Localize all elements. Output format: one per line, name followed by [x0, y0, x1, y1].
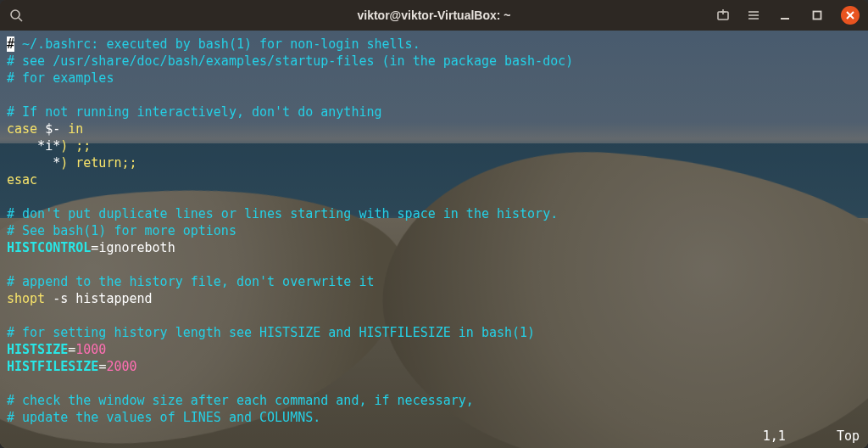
code-line: # for examples [7, 70, 861, 87]
maximize-icon[interactable] [809, 7, 826, 24]
code-line: esac [7, 171, 861, 188]
terminal-window: viktor@viktor-VirtualBox: ~ # ~/.bashrc:… [0, 0, 868, 448]
svg-point-0 [11, 10, 19, 19]
scroll-position: Top [837, 428, 860, 445]
editor-content: # ~/.bashrc: executed by bash(1) for non… [0, 31, 868, 448]
code-line [7, 256, 861, 273]
code-line [7, 307, 861, 324]
code-line: # If not running interactively, don't do… [7, 104, 861, 120]
code-line: # update the values of LINES and COLUMNS… [7, 409, 861, 426]
minimize-icon[interactable] [776, 7, 793, 24]
code-line: # See bash(1) for more options [7, 222, 861, 239]
code-line [7, 188, 861, 205]
code-line: case $- in [7, 120, 861, 137]
search-icon[interactable] [8, 8, 24, 23]
terminal-viewport[interactable]: # ~/.bashrc: executed by bash(1) for non… [0, 31, 868, 448]
code-line: *i*) ;; [7, 137, 861, 154]
code-line: HISTFILESIZE=2000 [7, 358, 861, 375]
code-line: *) return;; [7, 154, 861, 171]
code-line [7, 375, 861, 392]
new-tab-icon[interactable] [715, 8, 731, 23]
cursor-position: 1,1 [763, 428, 786, 445]
code-line: # for setting history length see HISTSIZ… [7, 324, 861, 341]
close-icon[interactable] [841, 6, 860, 25]
code-line: # append to the history file, don't over… [7, 273, 861, 290]
code-line: # ~/.bashrc: executed by bash(1) for non… [7, 36, 861, 53]
cursor: # [7, 36, 14, 52]
code-line [7, 87, 861, 104]
code-line: # see /usr/share/doc/bash/examples/start… [7, 53, 861, 70]
svg-line-1 [19, 18, 22, 21]
code-line: # don't put duplicate lines or lines sta… [7, 205, 861, 222]
titlebar: viktor@viktor-VirtualBox: ~ [0, 0, 868, 31]
code-line: HISTCONTROL=ignoreboth [7, 239, 861, 256]
svg-rect-9 [814, 12, 821, 20]
code-line: # check the window size after each comma… [7, 392, 861, 409]
hamburger-icon[interactable] [746, 8, 761, 23]
editor-status-bar: 1,1 Top [763, 428, 860, 445]
code-line: shopt -s histappend [7, 290, 861, 307]
code-line: HISTSIZE=1000 [7, 341, 861, 358]
